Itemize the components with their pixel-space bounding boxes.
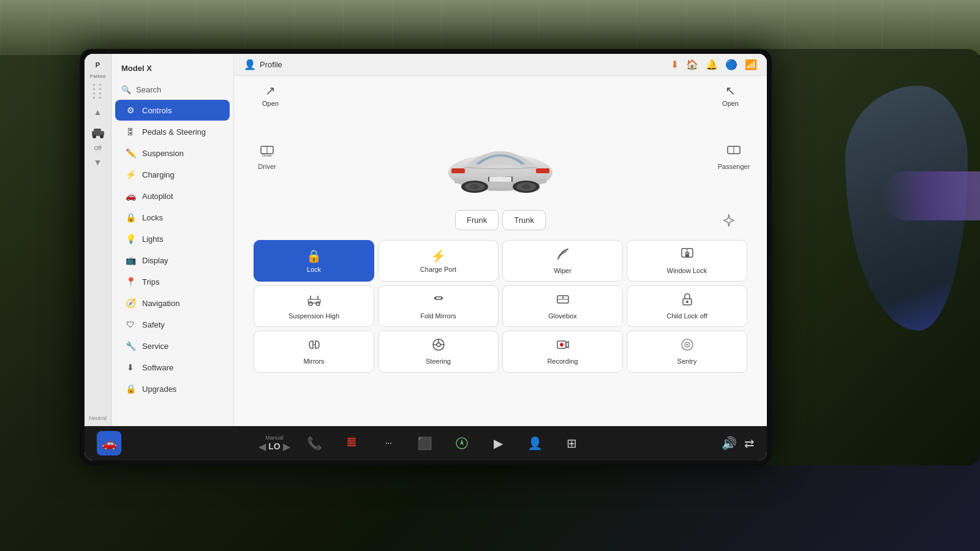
svg-rect-22	[685, 254, 689, 257]
svg-rect-47	[347, 440, 356, 441]
main-content: P Parked ▲ Of	[85, 54, 767, 426]
trunk-button[interactable]: Trunk	[502, 210, 546, 230]
sidebar: Model X 🔍 Search ⚙ Controls 🎛 Pedals & S…	[111, 54, 234, 426]
sidebar-item-trips[interactable]: 📍 Trips	[115, 271, 230, 292]
rear-door-icon: ↖	[725, 83, 736, 98]
steering-icon	[431, 337, 446, 355]
lock-button[interactable]: 🔒 Lock	[254, 240, 374, 282]
taskbar-left: 🚗	[97, 431, 121, 455]
recording-button[interactable]: Recording	[502, 331, 623, 372]
gear-indicator: P	[93, 59, 102, 71]
sidebar-item-autopilot[interactable]: 🚗 Autopilot	[115, 186, 230, 206]
sentry-button[interactable]: Sentry	[627, 331, 747, 372]
front-door-label: Open	[262, 100, 279, 107]
passenger-window-icon	[726, 145, 741, 160]
bell-header-icon[interactable]: 🔔	[706, 59, 718, 70]
sidebar-item-upgrades[interactable]: 🔒 Upgrades	[115, 378, 230, 399]
steering-button[interactable]: Steering	[378, 331, 499, 372]
suspension-high-icon	[307, 292, 322, 310]
taskbar: 🚗 Manual ◀ LO ▶ 📞	[85, 426, 767, 460]
temp-right-arrow[interactable]: ▶	[283, 441, 290, 452]
suspension-high-button[interactable]: Suspension High	[254, 285, 374, 327]
search-label: Search	[136, 85, 161, 94]
taskbar-right: 🔊 ⇄	[722, 436, 755, 451]
frunk-button[interactable]: Frunk	[455, 210, 499, 230]
sparkle-icon	[722, 213, 736, 228]
screen-bezel: P Parked ▲ Of	[80, 49, 772, 465]
fold-mirrors-button[interactable]: Fold Mirrors	[378, 285, 499, 327]
sidebar-item-service[interactable]: 🔧 Service	[115, 335, 230, 356]
mirrors-icon	[307, 337, 322, 355]
svg-rect-9	[536, 168, 549, 173]
taskbar-media-icon[interactable]: ⬛	[413, 431, 437, 455]
temp-left-arrow[interactable]: ◀	[258, 441, 266, 452]
front-door-icon: ↗	[265, 83, 276, 98]
taskbar-more-button[interactable]: ···	[376, 431, 401, 455]
upgrades-icon: 🔒	[125, 384, 136, 394]
window-lock-icon	[680, 247, 695, 264]
svg-point-36	[437, 343, 440, 347]
sidebar-item-safety[interactable]: 🛡 Safety	[115, 314, 230, 335]
sidebar-item-controls[interactable]: ⚙ Controls	[115, 100, 230, 121]
sidebar-item-navigation[interactable]: 🧭 Navigation	[115, 293, 230, 313]
sidebar-item-lights[interactable]: 💡 Lights	[115, 228, 230, 249]
driver-window-button[interactable]: Driver Driver	[249, 145, 285, 170]
sidebar-item-suspension[interactable]: ✏️ Suspension	[115, 143, 230, 163]
volume-icon[interactable]: 🔊	[722, 436, 737, 451]
taskbar-nav-button[interactable]	[450, 431, 474, 455]
driver-label: Driver	[258, 163, 276, 170]
lock-icon: 🔒	[306, 249, 322, 263]
svg-marker-41	[566, 342, 568, 348]
navigation-icon: 🧭	[125, 298, 136, 308]
svg-rect-8	[451, 168, 465, 173]
svg-point-33	[686, 301, 688, 303]
charge-port-icon: ⚡	[431, 249, 446, 263]
profile-icon: 👤	[244, 59, 256, 70]
svg-rect-46	[347, 438, 356, 439]
svg-rect-23	[308, 299, 320, 303]
down-arrow-btn[interactable]: ▼	[89, 154, 107, 171]
signal-header-icon[interactable]: 📶	[745, 59, 757, 70]
fold-mirrors-icon	[431, 292, 446, 310]
svg-text:Driver: Driver	[262, 154, 272, 157]
taskbar-car-button[interactable]: 🚗	[97, 431, 121, 455]
bluetooth-header-icon[interactable]: 🔵	[725, 59, 737, 70]
sidebar-item-locks[interactable]: 🔒 Locks	[115, 207, 230, 228]
header-icons: ⬇ 🏠 🔔 🔵 📶	[671, 59, 757, 70]
locks-icon: 🔒	[125, 212, 136, 222]
taskbar-grid-button[interactable]: ⊞	[560, 431, 584, 455]
main-panel: 👤 Profile ⬇ 🏠 🔔 🔵 📶	[234, 54, 767, 426]
rear-door-label: Open	[722, 100, 739, 107]
recording-icon	[556, 337, 570, 355]
temp-display: Manual ◀ LO ▶	[258, 435, 290, 452]
child-lock-button[interactable]: Child Lock off	[627, 285, 747, 327]
service-icon: 🔧	[125, 341, 136, 351]
swap-icon[interactable]: ⇄	[744, 436, 755, 451]
glovebox-button[interactable]: Glovebox	[502, 285, 623, 327]
up-arrow-btn[interactable]: ▲	[89, 103, 107, 121]
car-image	[433, 110, 568, 205]
temp-value: LO	[268, 441, 280, 451]
taskbar-voice-button[interactable]	[339, 431, 364, 455]
wiper-button[interactable]: Wiper	[502, 240, 623, 282]
mirrors-button[interactable]: Mirrors	[254, 331, 374, 372]
taskbar-person-button[interactable]: 👤	[523, 431, 548, 455]
taskbar-play-button[interactable]: ▶	[486, 431, 511, 455]
passenger-window-button[interactable]: Passenger	[715, 145, 752, 170]
window-lock-button[interactable]: Window Lock	[627, 240, 747, 282]
sidebar-item-display[interactable]: 📺 Display	[115, 250, 230, 271]
rear-door-button[interactable]: ↖ Open	[722, 83, 739, 107]
home-header-icon[interactable]: 🏠	[686, 59, 698, 70]
download-header-icon[interactable]: ⬇	[671, 59, 679, 70]
taskbar-phone-button[interactable]: 📞	[303, 431, 327, 455]
sidebar-item-charging[interactable]: ⚡ Charging	[115, 164, 230, 185]
search-item[interactable]: 🔍 Search	[111, 80, 233, 99]
profile-button[interactable]: 👤 Profile	[244, 59, 282, 70]
passenger-label: Passenger	[718, 163, 750, 170]
parked-label: Parked	[90, 73, 105, 79]
front-door-button[interactable]: ↗ Open	[262, 83, 279, 107]
sidebar-item-pedals[interactable]: 🎛 Pedals & Steering	[115, 121, 230, 142]
sidebar-item-software[interactable]: ⬇ Software	[115, 357, 230, 378]
temp-mode-label: Manual	[265, 435, 284, 441]
charge-port-button[interactable]: ⚡ Charge Port	[378, 240, 499, 282]
